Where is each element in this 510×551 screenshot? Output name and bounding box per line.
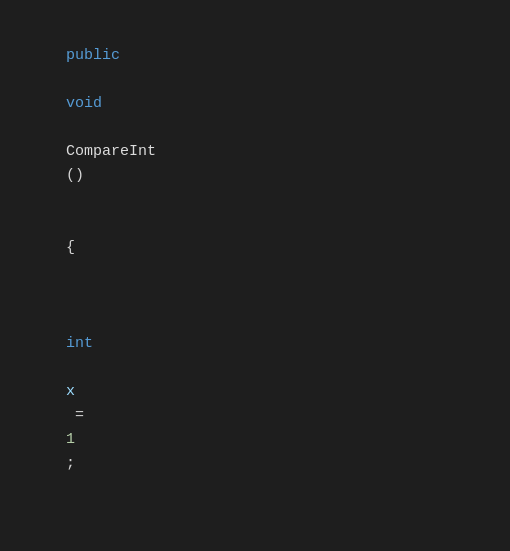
code-editor: public void CompareInt () { int x = 1 ; … bbox=[0, 0, 510, 551]
keyword-int-1: int bbox=[66, 335, 93, 352]
var-x: x bbox=[66, 383, 75, 400]
method-name-compareint: CompareInt bbox=[66, 143, 156, 160]
keyword-void: void bbox=[66, 95, 102, 112]
code-line-3: int x = 1 ; bbox=[30, 284, 480, 500]
code-line-1: public void CompareInt () bbox=[30, 20, 480, 212]
code-line-2: { bbox=[30, 212, 480, 284]
code-line-4: int y = 2 ; bbox=[30, 500, 480, 551]
keyword-public: public bbox=[66, 47, 120, 64]
number-1: 1 bbox=[66, 431, 75, 448]
